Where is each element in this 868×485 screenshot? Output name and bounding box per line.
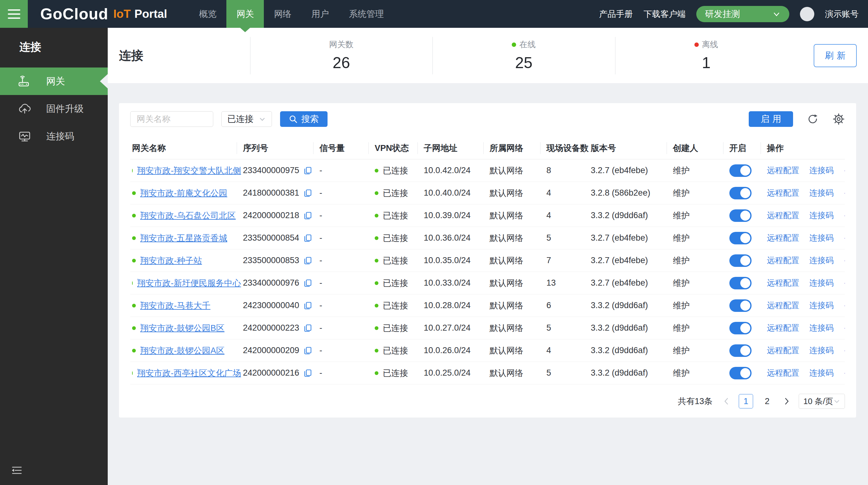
copy-icon[interactable] <box>304 256 312 265</box>
more-actions-link[interactable]: ··· <box>844 301 845 310</box>
environment-select[interactable]: 研发挂测 <box>696 6 789 22</box>
copy-icon[interactable] <box>304 279 312 287</box>
enable-toggle[interactable] <box>730 277 751 289</box>
next-page-button[interactable] <box>781 397 792 405</box>
more-actions-link[interactable]: ··· <box>844 256 845 265</box>
connection-code-link[interactable]: 连接码 <box>809 322 834 334</box>
remote-config-link[interactable]: 远程配置 <box>767 255 799 266</box>
gateway-name-link[interactable]: 翔安市政-翔安交警大队北侧 <box>137 165 241 176</box>
copy-icon[interactable] <box>304 166 312 175</box>
connection-code-link[interactable]: 连接码 <box>809 188 834 198</box>
top-navigation: 概览 网关 网络 用户 系统管理 <box>189 0 394 28</box>
enable-toggle[interactable] <box>730 209 751 222</box>
more-actions-link[interactable]: ··· <box>844 233 845 243</box>
reload-table-button[interactable] <box>807 113 819 125</box>
serial-number: 242000000223 <box>243 323 299 333</box>
copy-icon[interactable] <box>304 324 312 333</box>
copy-icon[interactable] <box>304 234 312 242</box>
toggle-knob <box>740 301 750 311</box>
collapse-sidebar-button[interactable] <box>11 465 23 477</box>
remote-config-link[interactable]: 远程配置 <box>767 300 799 311</box>
product-manual-link[interactable]: 产品手册 <box>599 8 633 20</box>
remote-config-link[interactable]: 远程配置 <box>767 210 799 221</box>
more-actions-link[interactable]: ··· <box>844 278 845 288</box>
page-button-1[interactable]: 1 <box>739 394 753 408</box>
page-size-select[interactable]: 10 条/页 <box>799 394 845 409</box>
gateway-name-link[interactable]: 翔安市政-鼓锣公园A区 <box>140 345 224 356</box>
vpn-status-dot <box>375 326 378 330</box>
column-header: 现场设备数 <box>545 143 589 154</box>
gateway-name-link[interactable]: 翔安市政-马巷大千 <box>140 300 211 311</box>
connection-code-link[interactable]: 连接码 <box>809 165 834 176</box>
signal-value: - <box>317 166 373 175</box>
gateway-name-link[interactable]: 翔安市政-乌石盘公司北区 <box>140 210 236 221</box>
more-actions-link[interactable]: ··· <box>844 210 845 220</box>
network-name: 默认网络 <box>488 255 545 266</box>
page-button-2[interactable]: 2 <box>760 394 774 408</box>
remote-config-link[interactable]: 远程配置 <box>767 322 799 334</box>
nav-item-network[interactable]: 网络 <box>264 0 301 28</box>
connection-code-link[interactable]: 连接码 <box>809 345 834 356</box>
copy-icon[interactable] <box>304 346 312 355</box>
status-filter-select[interactable]: 已连接 <box>221 111 272 127</box>
nav-item-overview[interactable]: 概览 <box>189 0 226 28</box>
vpn-status-dot <box>375 191 378 195</box>
enable-toggle[interactable] <box>730 367 751 379</box>
enable-toggle[interactable] <box>730 344 751 357</box>
copy-icon[interactable] <box>304 211 312 220</box>
nav-item-system-admin[interactable]: 系统管理 <box>339 0 394 28</box>
remote-config-link[interactable]: 远程配置 <box>767 368 799 378</box>
gateway-name-link[interactable]: 翔安市政-新圩便民服务中心 <box>137 278 241 289</box>
remote-config-link[interactable]: 远程配置 <box>767 188 799 198</box>
sidebar-item-gateway[interactable]: 网关 <box>0 67 108 95</box>
creator: 维护 <box>671 345 727 356</box>
connection-code-link[interactable]: 连接码 <box>809 278 834 288</box>
remote-config-link[interactable]: 远程配置 <box>767 278 799 288</box>
copy-icon[interactable] <box>304 301 312 310</box>
gateway-name-link[interactable]: 翔安市政-前庵文化公园 <box>140 188 227 199</box>
gateway-name-link[interactable]: 翔安市政-五星路贡香城 <box>140 232 227 244</box>
more-actions-link[interactable]: ··· <box>844 323 845 333</box>
enable-toggle[interactable] <box>730 232 751 245</box>
remote-config-link[interactable]: 远程配置 <box>767 232 799 244</box>
more-actions-link[interactable]: ··· <box>844 346 845 355</box>
connection-code-link[interactable]: 连接码 <box>809 255 834 266</box>
more-actions-link[interactable]: ··· <box>844 188 845 198</box>
copy-icon[interactable] <box>304 189 312 198</box>
subnet-address: 10.0.26.0/24 <box>422 346 488 355</box>
download-client-link[interactable]: 下载客户端 <box>644 8 686 20</box>
prev-page-button[interactable] <box>721 397 732 405</box>
connection-code-link[interactable]: 连接码 <box>809 210 834 221</box>
remote-config-link[interactable]: 远程配置 <box>767 165 799 176</box>
remote-config-link[interactable]: 远程配置 <box>767 345 799 356</box>
search-input[interactable] <box>130 111 213 127</box>
search-button[interactable]: 搜索 <box>280 111 328 127</box>
gateway-name-link[interactable]: 翔安市政-种子站 <box>140 255 202 266</box>
nav-item-users[interactable]: 用户 <box>301 0 339 28</box>
sidebar-item-connection-code[interactable]: 连接码 <box>0 122 108 150</box>
enable-toggle[interactable] <box>730 187 751 199</box>
connection-code-link[interactable]: 连接码 <box>809 368 834 378</box>
copy-icon[interactable] <box>304 369 312 377</box>
subnet-address: 10.0.39.0/24 <box>422 210 488 220</box>
stat-value: 1 <box>702 54 711 72</box>
sidebar-item-firmware-upgrade[interactable]: 固件升级 <box>0 95 108 122</box>
enable-toggle[interactable] <box>730 322 751 334</box>
serial-number: 233500000853 <box>243 256 299 265</box>
gateway-name-link[interactable]: 翔安市政-西亭社区文化广场 <box>137 368 241 379</box>
nav-item-gateway[interactable]: 网关 <box>226 0 264 28</box>
gateway-card: 已连接 搜索 启用 <box>119 103 856 418</box>
column-settings-button[interactable] <box>832 113 845 125</box>
refresh-button[interactable]: 刷新 <box>814 44 857 67</box>
connection-code-link[interactable]: 连接码 <box>809 300 834 311</box>
enable-button[interactable]: 启用 <box>749 111 793 127</box>
more-actions-link[interactable]: ··· <box>844 368 845 378</box>
enable-toggle[interactable] <box>730 254 751 267</box>
hamburger-menu-button[interactable] <box>0 0 28 28</box>
more-actions-link[interactable]: ··· <box>844 166 845 175</box>
enable-toggle[interactable] <box>730 164 751 177</box>
avatar[interactable] <box>800 7 814 21</box>
gateway-name-link[interactable]: 翔安市政-鼓锣公园B区 <box>140 322 224 334</box>
connection-code-link[interactable]: 连接码 <box>809 232 834 244</box>
enable-toggle[interactable] <box>730 299 751 312</box>
